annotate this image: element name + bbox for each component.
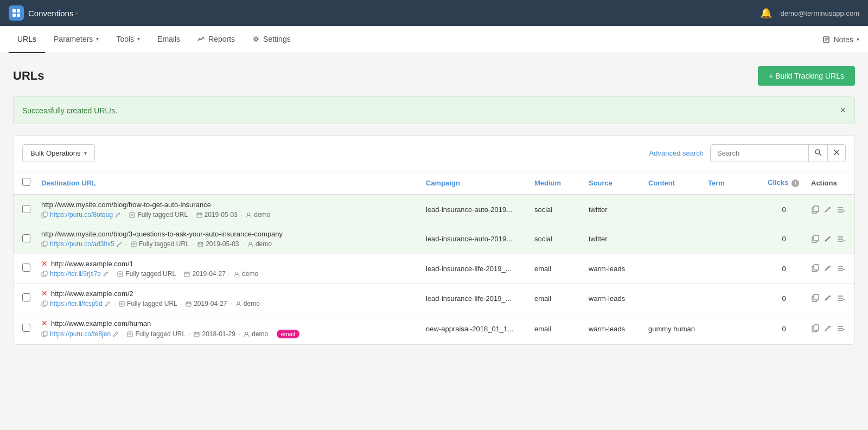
- url-type-icon: [127, 331, 133, 337]
- search-button[interactable]: [808, 145, 827, 162]
- table-row: ✕ http://www.example.com/human https://p…: [14, 313, 854, 344]
- copy-row-icon[interactable]: [811, 264, 820, 273]
- row-menu-icon[interactable]: [836, 324, 845, 333]
- destination-url-link[interactable]: http://www.example.com/1: [51, 260, 133, 268]
- short-url-link[interactable]: https://puru.co/te8jen: [50, 330, 111, 338]
- nav-item-emails[interactable]: Emails: [149, 26, 189, 53]
- row-checkbox-cell: [14, 284, 36, 313]
- notes-chevron: ▾: [857, 36, 859, 42]
- user-label: demo: [254, 211, 270, 219]
- short-url-link[interactable]: https://puru.co/ad3hx5: [50, 240, 114, 248]
- nav-item-urls[interactable]: URLs: [9, 26, 45, 53]
- top-bar-right: 🔔 demo@terminusapp.com: [760, 7, 859, 19]
- nav-item-urls-label: URLs: [17, 35, 36, 43]
- actions-cell: [806, 195, 854, 224]
- header-actions: Actions: [806, 171, 854, 195]
- search-clear-button[interactable]: [827, 145, 845, 161]
- page-header: URLs + Build Tracking URLs: [13, 66, 855, 86]
- short-url-item: https://puru.co/te8jen: [41, 330, 119, 338]
- short-url-item: https://puru.co/ad3hx5: [41, 240, 123, 248]
- destination-url-link[interactable]: http://www.mysite.com/blog/how-to-get-au…: [41, 201, 211, 209]
- row-checkbox-cell: [14, 254, 36, 284]
- edit-short-url-icon[interactable]: [103, 271, 109, 277]
- row-menu-icon[interactable]: [836, 264, 845, 273]
- url-type-label: Fully tagged URL: [139, 240, 189, 248]
- header-medium[interactable]: Medium: [529, 171, 583, 195]
- row-checkbox-3[interactable]: [22, 264, 30, 272]
- row-checkbox-cell: [14, 195, 36, 224]
- row-checkbox-1[interactable]: [22, 205, 30, 213]
- short-url-link[interactable]: https://ter.li/3rjs7e: [50, 270, 101, 278]
- header-select-all[interactable]: [14, 171, 36, 195]
- edit-row-icon[interactable]: [824, 265, 832, 272]
- row-checkbox-4[interactable]: [22, 293, 30, 301]
- nav-item-tools-label: Tools: [116, 35, 134, 43]
- destination-url-link[interactable]: http://www.example.com/human: [51, 319, 151, 328]
- row-menu-icon[interactable]: [836, 206, 845, 214]
- top-bar: Conventions ▾ 🔔 demo@terminusapp.com: [0, 0, 868, 26]
- destination-url-link[interactable]: http://www.example.com/2: [51, 290, 133, 298]
- nav-item-settings[interactable]: Settings: [244, 26, 299, 53]
- destination-url-link[interactable]: http://www.mysite.com/blog/3-questions-t…: [41, 230, 283, 238]
- edit-row-icon[interactable]: [824, 206, 832, 214]
- svg-rect-31: [43, 241, 47, 246]
- header-source[interactable]: Source: [583, 171, 643, 195]
- clicks-value: 0: [782, 294, 786, 303]
- copy-row-icon[interactable]: [811, 324, 820, 333]
- actions-cell: [806, 224, 854, 254]
- clicks-info-icon[interactable]: i: [792, 179, 799, 187]
- search-input[interactable]: [711, 145, 808, 161]
- reports-icon: [197, 35, 205, 43]
- svg-rect-2: [12, 14, 16, 17]
- notes-icon: [822, 36, 830, 43]
- row-checkbox-2[interactable]: [22, 234, 30, 242]
- app-name[interactable]: Conventions ▾: [28, 9, 78, 18]
- nav-item-parameters[interactable]: Parameters ▾: [45, 26, 107, 53]
- table-toolbar: Bulk Operations ▾ Advanced search: [14, 136, 854, 171]
- nav-item-parameters-label: Parameters: [54, 35, 93, 43]
- edit-short-url-icon[interactable]: [113, 331, 119, 337]
- user-icon: [247, 241, 253, 247]
- copy-row-icon[interactable]: [811, 206, 820, 214]
- source-value: twitter: [589, 235, 608, 243]
- header-content[interactable]: Content: [643, 171, 703, 195]
- edit-short-url-icon[interactable]: [105, 301, 111, 307]
- actions-group: [811, 264, 849, 273]
- header-destination-url[interactable]: Destination URL: [36, 171, 420, 195]
- nav-item-tools[interactable]: Tools ▾: [107, 26, 149, 53]
- url-type-item: Fully tagged URL: [131, 240, 189, 248]
- copy-row-icon[interactable]: [811, 294, 820, 303]
- copy-row-icon[interactable]: [811, 235, 820, 243]
- edit-row-icon[interactable]: [824, 235, 832, 243]
- separator-2: ·: [179, 270, 181, 278]
- url-type-label: Fully tagged URL: [127, 300, 177, 307]
- edit-short-url-icon[interactable]: [115, 212, 121, 218]
- edit-row-icon[interactable]: [824, 325, 832, 332]
- row-menu-icon[interactable]: [836, 235, 845, 243]
- nav-item-reports[interactable]: Reports: [189, 26, 244, 53]
- bulk-operations-button[interactable]: Bulk Operations ▾: [22, 144, 95, 162]
- date-label: 2019-04-27: [194, 300, 227, 307]
- row-checkbox-5[interactable]: [22, 324, 30, 332]
- header-clicks[interactable]: Clicks i: [762, 171, 806, 195]
- url-type-item: Fully tagged URL: [127, 330, 186, 338]
- advanced-search-link[interactable]: Advanced search: [649, 149, 704, 157]
- app-name-text: Conventions: [28, 9, 73, 18]
- svg-point-4: [255, 37, 258, 40]
- app-logo[interactable]: [9, 5, 24, 21]
- header-campaign[interactable]: Campaign: [420, 171, 529, 195]
- row-menu-icon[interactable]: [836, 294, 845, 303]
- tools-chevron: ▾: [137, 36, 140, 42]
- success-banner-close[interactable]: ×: [840, 105, 846, 116]
- select-all-checkbox[interactable]: [22, 178, 30, 186]
- edit-row-icon[interactable]: [824, 294, 832, 302]
- short-url-link[interactable]: https://ter.li/fcsp5d: [50, 300, 103, 307]
- notifications-icon[interactable]: 🔔: [760, 7, 772, 19]
- build-tracking-urls-button[interactable]: + Build Tracking URLs: [758, 66, 855, 86]
- edit-short-url-icon[interactable]: [117, 241, 123, 247]
- short-url-link[interactable]: https://puru.co/8otqug: [50, 211, 113, 219]
- medium-cell: email: [529, 254, 583, 284]
- header-term[interactable]: Term: [703, 171, 762, 195]
- notes-link[interactable]: Notes ▾: [822, 35, 859, 44]
- svg-rect-82: [43, 331, 47, 336]
